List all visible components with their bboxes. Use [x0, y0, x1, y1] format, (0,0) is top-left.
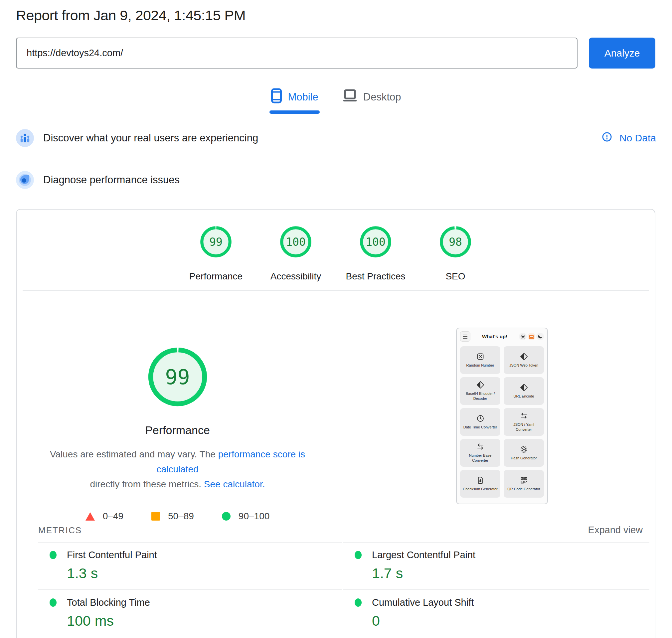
real-users-icon: [16, 129, 34, 147]
crux-section-title: Discover what your real users are experi…: [43, 132, 258, 144]
legend-range: 50–89: [168, 511, 194, 522]
sun-icon: [519, 333, 527, 340]
vertical-divider: [339, 385, 339, 521]
score-label: Accessibility: [270, 271, 321, 282]
tab-mobile[interactable]: Mobile: [271, 89, 318, 105]
tile-hash-generator: Hash Generator: [504, 439, 544, 467]
laptop-icon: [527, 333, 535, 340]
tile-url-encode: URL Encode: [504, 377, 544, 405]
page-screenshot-thumbnail[interactable]: What's up! Random Number: [456, 328, 548, 504]
url-input[interactable]: [16, 38, 577, 68]
tile-json-web-token: JSON Web Token: [504, 346, 544, 374]
metric-tbt: Total Blocking Time 100 ms: [38, 589, 342, 637]
crux-section-header: Discover what your real users are experi…: [16, 129, 656, 147]
tab-mobile-label: Mobile: [288, 91, 318, 103]
qr-code-icon: [520, 476, 528, 484]
score-value: 98: [439, 226, 471, 258]
moon-icon: [536, 333, 544, 340]
disclaimer-text: directly from these metrics.: [90, 479, 204, 489]
page-title: Report from Jan 9, 2024, 1:45:15 PM: [16, 7, 246, 23]
red-triangle-icon: [85, 512, 95, 521]
diamond-icon: [520, 353, 528, 360]
score-performance[interactable]: 99 Performance: [176, 226, 256, 282]
device-tabs: Mobile Desktop: [0, 89, 672, 105]
metric-value: 1.3 s: [67, 565, 342, 582]
analyze-button[interactable]: Analyze: [589, 38, 655, 68]
green-dot-icon: [50, 551, 56, 559]
metrics-column-left: First Contentful Paint 1.3 s Total Block…: [38, 542, 342, 637]
swap-arrows-icon: [476, 443, 484, 451]
score-value: 100: [359, 226, 391, 258]
no-data-link[interactable]: No Data: [602, 132, 656, 144]
swap-arrows-icon: [520, 412, 528, 420]
mobile-phone-icon: [271, 88, 282, 106]
diamond-icon: [476, 381, 484, 389]
tab-desktop[interactable]: Desktop: [342, 89, 401, 105]
score-value: 100: [280, 226, 312, 258]
tile-qr-code-generator: QR Code Generator: [504, 470, 544, 498]
clock-icon: [476, 415, 484, 422]
hamburger-menu-icon: [460, 331, 470, 342]
green-dot-icon: [355, 599, 362, 607]
score-value: 99: [200, 226, 232, 258]
legend-fail: 0–49: [85, 511, 123, 522]
tool-grid: Random Number JSON Web Token Base64 Enco…: [457, 343, 547, 501]
diamond-icon: [520, 384, 528, 391]
green-dot-icon: [355, 551, 362, 559]
info-icon: [602, 132, 612, 144]
card-divider: [23, 290, 649, 291]
score-label: Best Practices: [346, 271, 405, 282]
score-disclaimer: Values are estimated and may vary. The p…: [33, 447, 322, 492]
performance-gauge-block: 99 Performance Values are estimated and …: [17, 345, 338, 522]
lab-section-header: Diagnose performance issues: [16, 171, 656, 189]
legend-range: 90–100: [238, 511, 269, 522]
tile-json-yaml: JSON / Yaml Converter: [504, 408, 544, 436]
report-card: 99 Performance 100 Accessibility 100 Bes…: [16, 209, 655, 638]
disclaimer-text: Values are estimated and may vary. The: [50, 449, 218, 459]
score-accessibility[interactable]: 100 Accessibility: [256, 226, 336, 282]
legend-range: 0–49: [103, 511, 123, 522]
no-data-label: No Data: [619, 132, 656, 144]
gauge-heading: Performance: [17, 424, 338, 437]
legend-average: 50–89: [151, 511, 194, 522]
score-best-practices[interactable]: 100 Best Practices: [336, 226, 416, 282]
section-divider: [16, 159, 655, 160]
legend-pass: 90–100: [222, 511, 269, 522]
score-legend: 0–49 50–89 90–100: [17, 511, 338, 522]
performance-gauge[interactable]: 99: [146, 345, 209, 408]
metric-fcp: First Contentful Paint 1.3 s: [38, 542, 342, 589]
theme-toggle: [519, 333, 544, 340]
metric-cls: Cumulative Layout Shift 0: [343, 589, 649, 637]
metrics-column-right: Largest Contentful Paint 1.7 s Cumulativ…: [343, 542, 649, 637]
metric-value: 0: [372, 613, 649, 629]
tile-random-number: Random Number: [460, 346, 500, 374]
green-dot-icon: [50, 599, 56, 607]
score-seo[interactable]: 98 SEO: [416, 226, 495, 282]
tile-base64: Base64 Encoder / Decoder: [460, 377, 500, 405]
tab-desktop-label: Desktop: [363, 91, 401, 103]
score-label: SEO: [446, 271, 465, 282]
screenshot-app-title: What's up!: [470, 334, 519, 339]
dice-icon: [476, 353, 484, 360]
category-scores-row: 99 Performance 100 Accessibility 100 Bes…: [17, 226, 655, 282]
metric-lcp: Largest Contentful Paint 1.7 s: [343, 542, 649, 589]
screenshot-app-header: What's up!: [457, 328, 547, 343]
gauge-value: 99: [146, 345, 209, 408]
tile-checksum-generator: Checksum Generator: [460, 470, 500, 498]
orange-square-icon: [151, 512, 160, 521]
metric-value: 100 ms: [67, 613, 342, 629]
score-label: Performance: [189, 271, 242, 282]
expand-view-button[interactable]: Expand view: [588, 524, 643, 536]
pagespeed-report-page: Report from Jan 9, 2024, 1:45:15 PM Anal…: [0, 0, 672, 638]
file-lock-icon: [476, 476, 484, 484]
metric-value: 1.7 s: [372, 565, 649, 582]
tile-number-base: Number Base Converter: [460, 439, 500, 467]
diagnose-compass-icon: [16, 171, 34, 189]
fingerprint-icon: [520, 446, 528, 453]
green-circle-icon: [222, 512, 231, 521]
metrics-heading: METRICS: [38, 525, 82, 536]
see-calculator-link[interactable]: See calculator.: [204, 479, 265, 489]
desktop-laptop-icon: [342, 89, 358, 105]
lab-section-title: Diagnose performance issues: [43, 174, 180, 186]
tile-date-time: Date Time Converter: [460, 408, 500, 436]
